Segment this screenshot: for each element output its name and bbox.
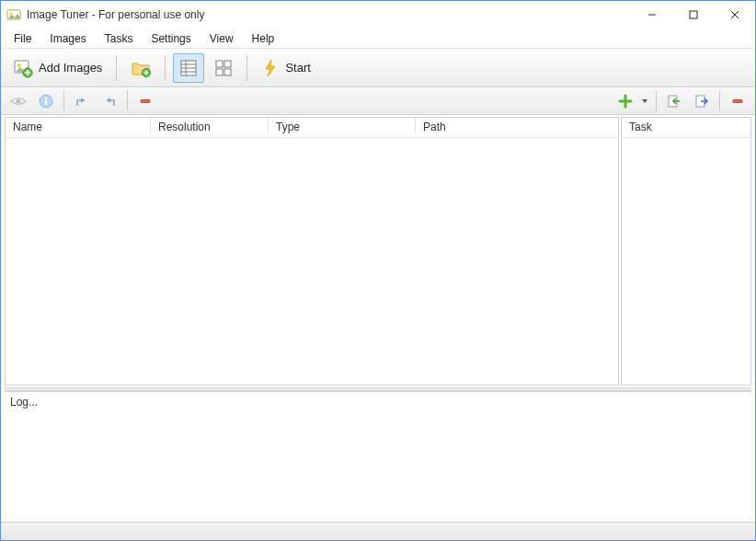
rotate-right-icon xyxy=(102,94,117,109)
task-panel: Task xyxy=(621,117,751,386)
app-icon xyxy=(6,7,21,22)
secondary-toolbar xyxy=(1,87,755,115)
start-label: Start xyxy=(285,61,310,75)
plus-icon xyxy=(618,94,633,109)
add-images-button[interactable]: Add Images xyxy=(6,53,109,83)
info-button[interactable] xyxy=(34,90,58,112)
app-window: Image Tuner - For personal use only File… xyxy=(0,0,756,541)
add-images-icon xyxy=(13,58,33,78)
rotate-left-icon xyxy=(74,94,89,109)
export-task-button[interactable] xyxy=(690,90,714,112)
svg-rect-27 xyxy=(141,100,150,103)
column-type[interactable]: Type xyxy=(269,118,416,137)
svg-point-7 xyxy=(17,63,21,67)
task-panel-headers: Task xyxy=(622,118,750,138)
image-list-headers: Name Resolution Type Path xyxy=(6,118,618,138)
image-list-body[interactable] xyxy=(6,138,618,385)
toolbar-separator xyxy=(63,91,64,111)
maximize-button[interactable] xyxy=(672,1,714,29)
menu-images[interactable]: Images xyxy=(42,30,93,47)
content-body: Name Resolution Type Path Task xyxy=(1,115,755,387)
menu-settings[interactable]: Settings xyxy=(143,30,198,47)
svg-rect-3 xyxy=(690,11,697,18)
export-icon xyxy=(694,94,709,109)
toolbar-separator xyxy=(116,55,117,81)
log-label: Log... xyxy=(10,396,746,409)
rotate-left-button[interactable] xyxy=(70,90,94,112)
menu-view[interactable]: View xyxy=(202,30,241,47)
preview-button[interactable] xyxy=(6,90,30,112)
remove-image-button[interactable] xyxy=(133,90,157,112)
toolbar-separator xyxy=(165,55,166,81)
import-icon xyxy=(667,94,682,109)
view-details-button[interactable] xyxy=(173,53,204,83)
toolbar-separator xyxy=(656,91,657,111)
add-images-label: Add Images xyxy=(39,61,102,75)
status-bar xyxy=(1,522,755,540)
info-icon xyxy=(39,94,53,109)
image-list-panel: Name Resolution Type Path xyxy=(5,117,619,386)
add-task-dropdown[interactable] xyxy=(641,98,650,105)
view-details-icon xyxy=(179,59,198,77)
menu-help[interactable]: Help xyxy=(245,30,282,47)
folder-add-icon xyxy=(131,58,151,78)
window-buttons xyxy=(631,1,755,29)
svg-point-1 xyxy=(10,13,13,16)
minimize-button[interactable] xyxy=(631,1,672,29)
svg-rect-19 xyxy=(216,61,223,67)
svg-point-23 xyxy=(17,99,21,104)
log-panel: Log... xyxy=(5,391,751,522)
menu-file[interactable]: File xyxy=(6,30,39,47)
add-task-button[interactable] xyxy=(613,90,637,112)
svg-rect-30 xyxy=(733,100,742,103)
rotate-right-button[interactable] xyxy=(97,90,121,112)
toolbar-separator xyxy=(127,91,128,111)
column-path[interactable]: Path xyxy=(416,118,618,137)
close-button[interactable] xyxy=(714,1,755,29)
menu-tasks[interactable]: Tasks xyxy=(97,30,141,47)
minus-icon xyxy=(139,95,152,108)
start-button[interactable]: Start xyxy=(255,53,316,83)
remove-task-button[interactable] xyxy=(726,90,750,112)
svg-rect-21 xyxy=(216,69,223,75)
task-list-body[interactable] xyxy=(622,138,750,385)
window-title: Image Tuner - For personal use only xyxy=(27,8,631,21)
menubar: File Images Tasks Settings View Help xyxy=(1,29,755,49)
add-folder-button[interactable] xyxy=(124,53,157,83)
svg-rect-26 xyxy=(45,100,47,105)
main-toolbar: Add Images Start xyxy=(1,49,755,87)
svg-rect-22 xyxy=(224,69,231,75)
titlebar: Image Tuner - For personal use only xyxy=(1,1,755,29)
eye-icon xyxy=(10,95,27,108)
minus-icon xyxy=(731,95,744,108)
view-thumbnails-icon xyxy=(214,59,233,77)
svg-rect-20 xyxy=(224,61,231,67)
import-task-button[interactable] xyxy=(662,90,686,112)
svg-point-25 xyxy=(45,98,47,99)
column-task[interactable]: Task xyxy=(622,118,750,137)
view-thumbnails-button[interactable] xyxy=(208,53,239,83)
toolbar-separator xyxy=(719,91,720,111)
toolbar-separator xyxy=(246,55,247,81)
lightning-icon xyxy=(261,58,280,78)
column-name[interactable]: Name xyxy=(6,118,151,137)
column-resolution[interactable]: Resolution xyxy=(151,118,269,137)
